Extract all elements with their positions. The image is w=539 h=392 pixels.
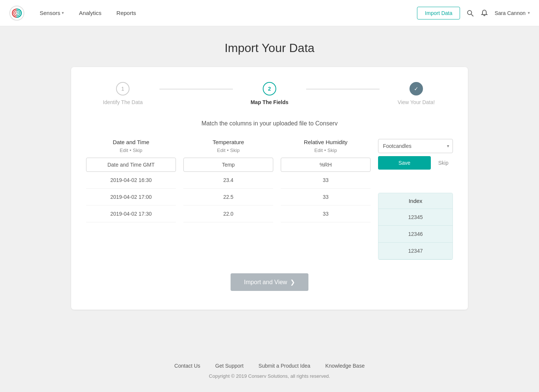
stepper: 1 Identify The Data 2 Map The Fields ✓ V… <box>86 82 453 105</box>
footer-contact[interactable]: Contact Us <box>174 363 200 369</box>
col-humidity-actions: Edit • Skip <box>281 148 371 153</box>
footer-links: Contact Us Get Support Submit a Product … <box>0 363 539 369</box>
col4-select-wrapper: Footcandles Temperature Relative Humidit… <box>378 139 453 153</box>
user-menu[interactable]: Sara Cannon ▾ <box>494 10 530 16</box>
step-3-label: View Your Data! <box>398 99 435 105</box>
step-2: 2 Map The Fields <box>233 82 306 105</box>
step-3: ✓ View Your Data! <box>380 82 453 105</box>
col-datetime-edit[interactable]: Edit <box>120 148 128 153</box>
svg-line-2 <box>471 14 473 16</box>
import-and-view-button[interactable]: Import and View ❯ <box>231 273 308 291</box>
sensors-chevron-icon: ▾ <box>62 10 64 15</box>
col4-skip-button[interactable]: Skip <box>434 156 453 170</box>
col-datetime-box: Date and Time GMT <box>86 158 176 172</box>
columns-area: Date and Time Edit • Skip Date and Time … <box>86 139 453 260</box>
step-connector-2 <box>306 89 380 89</box>
col-humidity-row-1: 33 <box>281 172 371 189</box>
section-subtitle: Match the columns in your uploaded file … <box>86 120 453 127</box>
col-temp-skip[interactable]: Skip <box>230 148 240 153</box>
col-datetime-row-3: 2019-04-02 17:30 <box>86 206 176 222</box>
col-datetime-skip[interactable]: Skip <box>133 148 142 153</box>
col-datetime-row-1: 2019-04-02 16:30 <box>86 172 176 189</box>
footer-support[interactable]: Get Support <box>215 363 244 369</box>
import-view-arrow-icon: ❯ <box>290 279 295 286</box>
nav-reports[interactable]: Reports <box>110 7 142 19</box>
col-datetime-actions: Edit • Skip <box>86 148 176 153</box>
col-humidity-skip[interactable]: Skip <box>328 148 337 153</box>
footer: Contact Us Get Support Submit a Product … <box>0 351 539 386</box>
svg-point-0 <box>10 6 24 20</box>
index-header: Index <box>378 193 453 209</box>
col-humidity-row-2: 33 <box>281 189 371 206</box>
col-humidity-box: %RH <box>281 158 371 172</box>
col-datetime-row-2: 2019-04-02 17:00 <box>86 189 176 206</box>
import-view-label: Import and View <box>244 279 287 286</box>
footer-knowledge-base[interactable]: Knowledge Base <box>325 363 365 369</box>
col-temp-edit[interactable]: Edit <box>217 148 225 153</box>
user-name: Sara Cannon <box>494 10 526 16</box>
nav-analytics[interactable]: Analytics <box>73 7 107 19</box>
logo <box>9 5 25 21</box>
step-1-circle: 1 <box>116 82 130 95</box>
col-temp-row-2: 22.5 <box>183 189 273 206</box>
index-block: Index 12345 12346 12347 <box>378 193 453 260</box>
user-menu-chevron-icon: ▾ <box>528 10 530 15</box>
col-datetime: Date and Time Edit • Skip Date and Time … <box>86 139 176 222</box>
col-humidity-row-3: 33 <box>281 206 371 222</box>
step-3-circle: ✓ <box>409 82 423 95</box>
col-humidity-edit[interactable]: Edit <box>314 148 323 153</box>
import-data-button[interactable]: Import Data <box>417 7 460 19</box>
page-title: Import Your Data <box>0 41 539 55</box>
card: 1 Identify The Data 2 Map The Fields ✓ V… <box>71 67 468 310</box>
sensors-label: Sensors <box>40 10 60 16</box>
col-temp-header: Temperature <box>183 139 273 145</box>
col-temp-actions: Edit • Skip <box>183 148 273 153</box>
col4-save-button[interactable]: Save <box>378 156 431 170</box>
index-row-2: 12346 <box>378 226 453 243</box>
footer-copyright: Copyright © 2019 Conserv Solutions, all … <box>0 373 539 379</box>
index-row-3: 12347 <box>378 243 453 259</box>
search-icon[interactable] <box>466 9 474 17</box>
navbar-actions: Import Data Sara Cannon ▾ <box>417 7 530 19</box>
step-connector-1 <box>159 89 233 89</box>
col-temp-box: Temp <box>183 158 273 172</box>
reports-label: Reports <box>116 10 136 16</box>
col4-btn-row: Save Skip <box>378 156 453 170</box>
col-temp-row-3: 22.0 <box>183 206 273 222</box>
nav-sensors[interactable]: Sensors ▾ <box>34 7 70 19</box>
col-temperature: Temperature Edit • Skip Temp 23.4 22.5 2… <box>183 139 273 222</box>
step-1-label: Identify The Data <box>103 99 143 105</box>
col-humidity: Relative Humidity Edit • Skip %RH 33 33 … <box>281 139 371 222</box>
index-row-1: 12345 <box>378 209 453 226</box>
step-2-circle: 2 <box>263 82 276 95</box>
col4-select[interactable]: Footcandles Temperature Relative Humidit… <box>378 139 453 153</box>
step-1: 1 Identify The Data <box>86 82 159 105</box>
navbar: Sensors ▾ Analytics Reports Import Data … <box>0 0 539 26</box>
col-datetime-header: Date and Time <box>86 139 176 145</box>
step-2-label: Map The Fields <box>250 99 288 105</box>
main-content: Import Your Data 1 Identify The Data 2 M… <box>0 26 539 351</box>
analytics-label: Analytics <box>79 10 101 16</box>
import-btn-row: Import and View ❯ <box>86 273 453 291</box>
col-footcandles: Footcandles Temperature Relative Humidit… <box>378 139 453 260</box>
col-temp-row-1: 23.4 <box>183 172 273 189</box>
nav-links: Sensors ▾ Analytics Reports <box>34 7 417 19</box>
col-humidity-header: Relative Humidity <box>281 139 371 145</box>
notifications-icon[interactable] <box>480 9 488 17</box>
footer-product-idea[interactable]: Submit a Product Idea <box>259 363 311 369</box>
